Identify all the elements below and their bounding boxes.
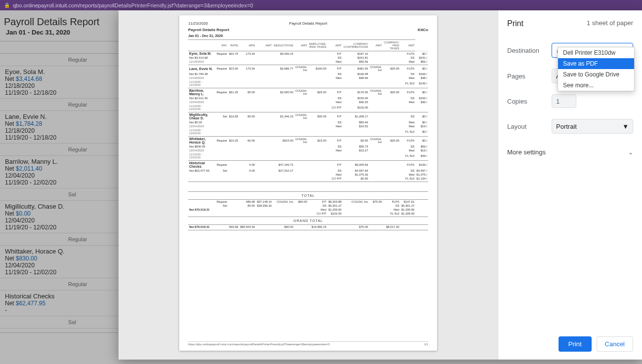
print-preview-pane: 11/23/2020 Payroll Details Report Payrol… xyxy=(119,10,498,360)
browser-url-bar: 🔒 qbo.onlinepayroll.intuit.com/reports/p… xyxy=(0,0,642,10)
print-button[interactable]: Print xyxy=(559,336,592,352)
destination-option[interactable]: Dell Printer E310dw xyxy=(558,47,634,58)
destination-option[interactable]: See more... xyxy=(558,80,634,91)
destination-label: Destination xyxy=(507,47,552,54)
preview-table: PAYRATEHRSAMTDEDUCTIONSAMTEMPLOYEE-PAID … xyxy=(188,39,428,230)
destination-option[interactable]: Save to Google Drive xyxy=(558,69,634,80)
url-text: qbo.onlinepayroll.intuit.com/reports/pay… xyxy=(13,2,638,8)
copies-input[interactable] xyxy=(552,94,576,108)
layout-label: Layout xyxy=(507,123,552,130)
chevron-down-icon: ▼ xyxy=(622,123,629,130)
copies-label: Copies xyxy=(507,98,552,105)
print-dialog: 11/23/2020 Payroll Details Report Payrol… xyxy=(119,10,642,360)
preview-footer-url: https://qbo.onlinepayroll.intuit.com/rep… xyxy=(188,343,330,346)
destination-option[interactable]: Save as PDF xyxy=(558,58,634,69)
preview-company: KitCo xyxy=(418,28,428,32)
pages-label: Pages xyxy=(507,73,552,80)
layout-select[interactable]: Portrait ▼ xyxy=(552,119,633,134)
more-settings-label: More settings xyxy=(507,148,546,156)
cancel-button[interactable]: Cancel xyxy=(597,336,633,352)
destination-dropdown: Dell Printer E310dwSave as PDFSave to Go… xyxy=(558,47,635,91)
print-panel-title: Print xyxy=(507,19,523,28)
print-sheet-count: 1 sheet of paper xyxy=(587,19,633,28)
print-settings-panel: Print 1 sheet of paper Destination 🖶Dell… xyxy=(498,10,642,360)
print-preview-page: 11/23/2020 Payroll Details Report Payrol… xyxy=(179,15,437,351)
preview-title: Payroll Details Report xyxy=(188,21,428,26)
preview-footer-page: 1/1 xyxy=(424,343,428,346)
layout-value: Portrait xyxy=(556,123,577,130)
lock-icon: 🔒 xyxy=(4,2,10,8)
preview-range: Jan 01 - Dec 31, 2020 xyxy=(188,34,428,37)
more-settings-toggle[interactable]: More settings ⌄ xyxy=(507,145,633,160)
preview-subtitle: Payroll Details Report xyxy=(188,28,229,32)
chevron-down-icon: ⌄ xyxy=(628,149,633,156)
